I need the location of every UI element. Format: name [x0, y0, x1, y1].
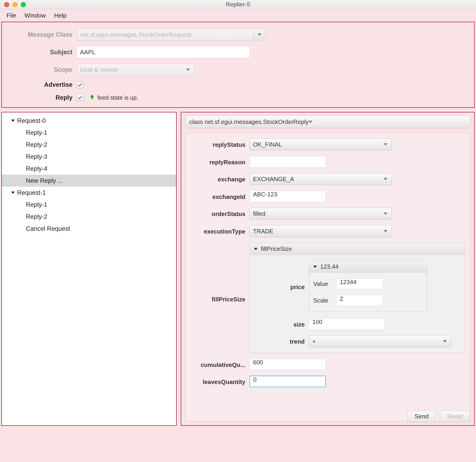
tree-node-label: Reply-4: [26, 165, 47, 172]
tree-node-request[interactable]: Request-1: [2, 187, 176, 199]
trend-select[interactable]: +: [309, 335, 451, 347]
price-scale-input[interactable]: 2: [336, 295, 382, 306]
tree-node-reply[interactable]: Reply-2: [2, 139, 176, 151]
scope-select[interactable]: local & remote: [77, 64, 194, 76]
exchange-id-input[interactable]: ABC-123: [250, 191, 326, 202]
advertise-checkbox[interactable]: [77, 82, 84, 88]
fill-price-size-group: fillPriceSize price 123.44: [250, 243, 465, 353]
tree-node-reply[interactable]: Cancel Request: [2, 223, 176, 235]
tree-node-reply[interactable]: Reply-3: [2, 151, 176, 163]
size-value: 100: [312, 319, 322, 325]
menu-file[interactable]: File: [7, 12, 16, 19]
subject-input[interactable]: AAPL: [77, 46, 250, 58]
dropdown-icon: [440, 336, 450, 347]
dropdown-icon: [381, 173, 390, 185]
tree-node-reply[interactable]: Reply-4: [2, 163, 176, 175]
zoom-window-button[interactable]: [21, 2, 26, 7]
tree-node-label: Reply-3: [26, 153, 47, 160]
reply-checkbox[interactable]: [77, 94, 84, 101]
tree-node-label: Reply-2: [26, 141, 47, 148]
dropdown-icon: [184, 64, 193, 76]
order-status-select[interactable]: filled: [250, 208, 392, 220]
reply-class-select[interactable]: class net.sf.egui.messages.StockOrderRep…: [185, 116, 470, 128]
reset-button[interactable]: Reset: [440, 411, 470, 422]
window-title: Replier-5: [0, 1, 476, 8]
disclosure-down-icon: [254, 248, 258, 250]
label-price-scale: Scale: [313, 297, 336, 304]
message-class-value: net.sf.egui.messages.StockOrderRequest: [80, 31, 191, 38]
tree-node-label: Reply-1: [26, 129, 47, 136]
price-group: 123.44 Value 12344: [309, 260, 427, 312]
menu-window[interactable]: Window: [25, 12, 46, 19]
label-execution-type: executionType: [186, 225, 250, 235]
minimize-window-button[interactable]: [12, 2, 17, 7]
form-footer: Send Reset: [408, 411, 470, 422]
label-reply-reason: replyReason: [186, 156, 250, 166]
tree-node-reply[interactable]: Reply-1: [2, 127, 176, 139]
price-value-value: 12344: [340, 278, 357, 286]
label-order-status: orderStatus: [186, 208, 250, 218]
tree-node-reply[interactable]: Reply-2: [2, 211, 176, 223]
label-price-value: Value: [313, 280, 336, 287]
config-panel: Message Class net.sf.egui.messages.Stock…: [1, 22, 475, 108]
exchange-value: EXCHANGE_A: [253, 176, 294, 183]
window-controls: [4, 2, 26, 7]
label-size: size: [251, 318, 309, 328]
scope-value: local & remote: [80, 66, 119, 73]
disclosure-down-icon: [313, 266, 317, 268]
execution-type-select[interactable]: TRADE: [250, 225, 392, 237]
disclosure-down-icon: [11, 119, 15, 122]
price-header[interactable]: 123.44: [309, 261, 427, 273]
price-value-input[interactable]: 12344: [336, 278, 382, 289]
disclosure-down-icon: [11, 192, 15, 194]
label-exchange: exchange: [186, 173, 250, 183]
price-title: 123.44: [320, 263, 339, 270]
cumulative-quantity-input[interactable]: 600: [250, 359, 326, 370]
tree-node-label: Request-1: [17, 189, 46, 196]
exchange-id-value: ABC-123: [253, 191, 278, 198]
send-button[interactable]: Send: [408, 411, 436, 422]
tree-node-reply[interactable]: New Reply ...: [2, 175, 176, 187]
menubar: File Window Help: [0, 9, 476, 22]
reply-reason-input[interactable]: [250, 156, 326, 168]
cumulative-quantity-value: 600: [253, 359, 263, 366]
feed-state: feed state is up.: [89, 94, 138, 101]
trend-value: +: [312, 338, 316, 345]
tree-node-request[interactable]: Request-0: [2, 115, 176, 127]
reply-status-value: OK_FINAL: [253, 141, 282, 148]
fill-price-size-title: fillPriceSize: [261, 245, 292, 252]
reply-form-body: replyStatus OK_FINAL replyReason exchang…: [185, 133, 470, 422]
label-cumulative-quantity: cumulativeQu...: [186, 359, 250, 369]
label-exchange-id: exchangeId: [186, 191, 250, 201]
menu-help[interactable]: Help: [54, 12, 66, 19]
feed-state-text: feed state is up.: [97, 94, 138, 101]
message-class-select[interactable]: net.sf.egui.messages.StockOrderRequest: [77, 29, 266, 41]
label-advertise: Advertise: [7, 81, 77, 88]
lower-split: Request-0Reply-1Reply-2Reply-3Reply-4New…: [1, 112, 475, 426]
tree-node-label: Cancel Request: [26, 225, 70, 232]
request-tree: Request-0Reply-1Reply-2Reply-3Reply-4New…: [1, 112, 177, 426]
close-window-button[interactable]: [4, 2, 9, 7]
label-scope: Scope: [7, 66, 77, 73]
price-scale-value: 2: [340, 295, 343, 302]
arrow-up-icon: [89, 94, 95, 101]
label-reply: Reply: [7, 94, 77, 101]
dropdown-icon: [253, 29, 266, 40]
leaves-quantity-input[interactable]: 0: [250, 376, 326, 387]
dropdown-icon: [381, 226, 390, 237]
reply-status-select[interactable]: OK_FINAL: [250, 138, 392, 151]
order-status-value: filled: [253, 210, 265, 217]
label-leaves-quantity: leavesQuantity: [186, 376, 250, 386]
tree-node-label: New Reply ...: [26, 177, 63, 184]
check-icon: [77, 82, 83, 87]
subject-value: AAPL: [80, 49, 96, 56]
check-icon: [77, 95, 83, 100]
tree-node-reply[interactable]: Reply-1: [2, 199, 176, 211]
execution-type-value: TRADE: [253, 228, 273, 235]
exchange-select[interactable]: EXCHANGE_A: [250, 173, 392, 185]
fill-price-size-header[interactable]: fillPriceSize: [250, 243, 464, 255]
size-input[interactable]: 100: [309, 318, 385, 330]
titlebar: Replier-5: [0, 0, 476, 9]
label-price: price: [251, 260, 309, 312]
label-subject: Subject: [7, 49, 77, 56]
